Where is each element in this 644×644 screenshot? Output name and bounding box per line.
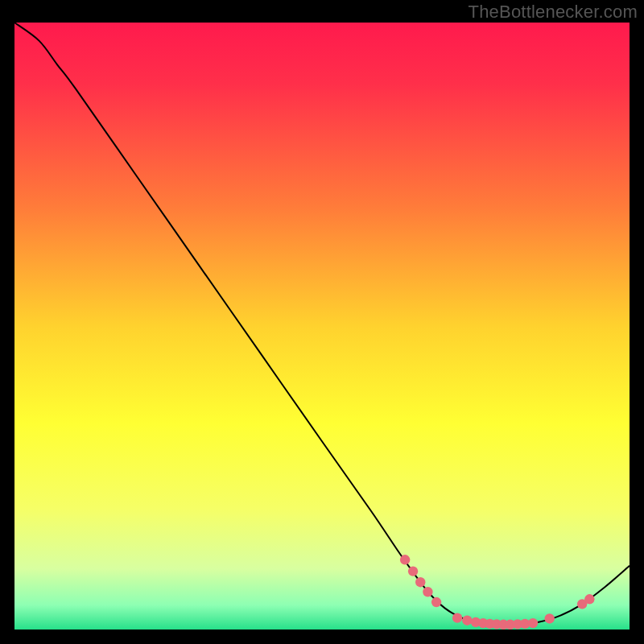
data-marker bbox=[423, 587, 432, 597]
data-marker bbox=[452, 613, 462, 622]
watermark-label: TheBottlenecker.com bbox=[469, 2, 638, 23]
data-marker bbox=[544, 613, 554, 623]
chart-frame: TheBottlenecker.com bbox=[0, 0, 644, 644]
data-marker bbox=[462, 615, 472, 625]
data-marker bbox=[528, 618, 538, 628]
data-marker bbox=[415, 577, 425, 587]
gradient-background bbox=[14, 23, 630, 630]
data-marker bbox=[431, 597, 441, 607]
chart-svg bbox=[14, 23, 630, 630]
data-marker bbox=[584, 594, 594, 604]
plot-area bbox=[14, 23, 630, 630]
data-marker bbox=[400, 555, 410, 564]
data-marker bbox=[408, 566, 418, 576]
